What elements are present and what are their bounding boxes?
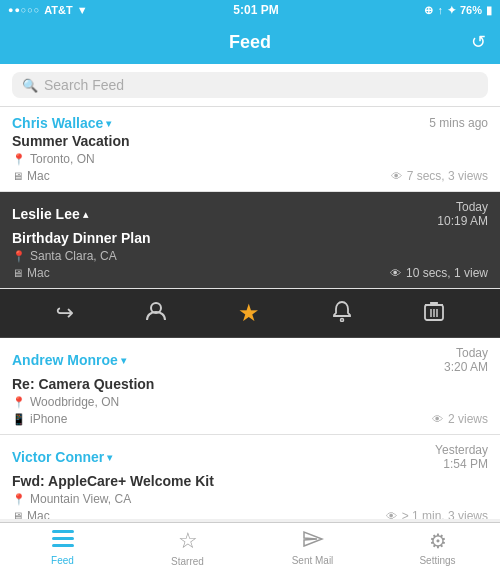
feed-tab-icon	[52, 530, 74, 553]
status-left: ●●○○○ AT&T ▼	[8, 4, 88, 16]
device-icon-3: 📱	[12, 413, 26, 426]
eye-icon-3: 👁	[432, 413, 443, 425]
feed-subject-1: Summer Vacation	[12, 133, 488, 149]
signal-dots: ●●○○○	[8, 5, 40, 15]
feed-time-sub-4: 1:54 PM	[443, 457, 488, 471]
feed-time-1: 5 mins ago	[429, 116, 488, 130]
feed-time-sub-3: 3:20 AM	[444, 360, 488, 374]
eye-icon-1: 👁	[391, 170, 402, 182]
svg-point-1	[341, 318, 344, 321]
chevron-icon-1: ▾	[106, 118, 111, 129]
feed-subject-2: Birthday Dinner Plan	[12, 230, 488, 246]
feed-time-sub-2: 10:19 AM	[437, 214, 488, 228]
svg-rect-4	[52, 537, 74, 540]
bluetooth-icon: ✦	[447, 4, 456, 17]
contact-button[interactable]	[145, 300, 167, 327]
svg-rect-3	[52, 530, 74, 533]
feed-location-1: 📍 Toronto, ON	[12, 152, 95, 166]
tab-settings-label: Settings	[419, 555, 455, 566]
feed-stats-1: 👁 7 secs, 3 views	[391, 169, 488, 183]
device-text-3: iPhone	[30, 412, 67, 426]
stats-text-2: 10 secs, 1 view	[406, 266, 488, 280]
feed-item-2[interactable]: Leslie Lee ▴ Today 10:19 AM Birthday Din…	[0, 192, 500, 289]
sender-name-3: Andrew Monroe	[12, 352, 118, 368]
feed-sender-3: Andrew Monroe ▾	[12, 352, 126, 368]
tab-sent-mail-label: Sent Mail	[292, 555, 334, 566]
feed-device-2: 🖥 Mac	[12, 266, 50, 280]
feed-stats-4: 👁 > 1 min, 3 views	[386, 509, 488, 519]
trash-button[interactable]	[424, 300, 444, 327]
tab-starred-label: Starred	[171, 556, 204, 567]
chevron-icon-3: ▾	[121, 355, 126, 366]
tab-settings[interactable]: ⚙ Settings	[375, 523, 500, 572]
location-text-3: Woodbridge, ON	[30, 395, 119, 409]
feed-list: Chris Wallace ▾ 5 mins ago Summer Vacati…	[0, 107, 500, 519]
battery-label: 76%	[460, 4, 482, 16]
feed-time-3: Today	[456, 346, 488, 360]
gps-icon: ⊕	[424, 4, 433, 17]
feed-location-2: 📍 Santa Clara, CA	[12, 249, 117, 263]
device-text-4: Mac	[27, 509, 50, 519]
tab-bar: Feed ☆ Starred Sent Mail ⚙ Settings	[0, 522, 500, 572]
feed-item-3[interactable]: Andrew Monroe ▾ Today 3:20 AM Re: Camera…	[0, 338, 500, 435]
device-text-1: Mac	[27, 169, 50, 183]
feed-time-4: Yesterday	[435, 443, 488, 457]
search-input-wrapper[interactable]: 🔍 Search Feed	[12, 72, 488, 98]
feed-sender-1: Chris Wallace ▾	[12, 115, 111, 131]
feed-subject-3: Re: Camera Question	[12, 376, 488, 392]
status-right: ⊕ ↑ ✦ 76% ▮	[424, 4, 492, 17]
search-input[interactable]: Search Feed	[44, 77, 124, 93]
location-icon-2: 📍	[12, 250, 26, 263]
battery-icon: ▮	[486, 4, 492, 17]
sender-name-2: Leslie Lee	[12, 206, 80, 222]
header: Feed ↺	[0, 20, 500, 64]
svg-rect-5	[52, 544, 74, 547]
carrier-label: AT&T	[44, 4, 73, 16]
action-bar: ↩ ★	[0, 289, 500, 338]
feed-sender-4: Victor Conner ▾	[12, 449, 112, 465]
feed-subject-4: Fwd: AppleCare+ Welcome Kit	[12, 473, 488, 489]
wifi-icon: ▼	[77, 4, 88, 16]
feed-item-4[interactable]: Victor Conner ▾ Yesterday 1:54 PM Fwd: A…	[0, 435, 500, 519]
reply-button[interactable]: ↩	[56, 300, 74, 326]
stats-text-3: 2 views	[448, 412, 488, 426]
tab-feed-label: Feed	[51, 555, 74, 566]
refresh-button[interactable]: ↺	[471, 31, 486, 53]
search-icon: 🔍	[22, 78, 38, 93]
header-title: Feed	[229, 32, 271, 53]
settings-tab-icon: ⚙	[429, 529, 447, 553]
feed-time-2: Today	[456, 200, 488, 214]
arrow-icon: ↑	[437, 4, 443, 16]
location-text-2: Santa Clara, CA	[30, 249, 117, 263]
status-bar: ●●○○○ AT&T ▼ 5:01 PM ⊕ ↑ ✦ 76% ▮	[0, 0, 500, 20]
starred-tab-icon: ☆	[178, 528, 198, 554]
sender-name-1: Chris Wallace	[12, 115, 103, 131]
eye-icon-4: 👁	[386, 510, 397, 519]
search-bar: 🔍 Search Feed	[0, 64, 500, 107]
feed-device-3: 📱 iPhone	[12, 412, 67, 426]
tab-sent-mail[interactable]: Sent Mail	[250, 523, 375, 572]
feed-device-1: 🖥 Mac	[12, 169, 50, 183]
tab-starred[interactable]: ☆ Starred	[125, 523, 250, 572]
location-text-4: Mountain View, CA	[30, 492, 131, 506]
feed-location-4: 📍 Mountain View, CA	[12, 492, 131, 506]
device-text-2: Mac	[27, 266, 50, 280]
location-text-1: Toronto, ON	[30, 152, 95, 166]
star-button[interactable]: ★	[238, 299, 260, 327]
feed-stats-3: 👁 2 views	[432, 412, 488, 426]
device-icon-2: 🖥	[12, 267, 23, 279]
feed-item-1[interactable]: Chris Wallace ▾ 5 mins ago Summer Vacati…	[0, 107, 500, 192]
sent-mail-tab-icon	[302, 530, 324, 553]
device-icon-1: 🖥	[12, 170, 23, 182]
tab-feed[interactable]: Feed	[0, 523, 125, 572]
feed-device-4: 🖥 Mac	[12, 509, 50, 519]
feed-sender-2: Leslie Lee ▴	[12, 206, 88, 222]
location-icon-1: 📍	[12, 153, 26, 166]
feed-location-3: 📍 Woodbridge, ON	[12, 395, 119, 409]
chevron-icon-4: ▾	[107, 452, 112, 463]
device-icon-4: 🖥	[12, 510, 23, 519]
bell-button[interactable]	[331, 300, 353, 327]
feed-stats-2: 👁 10 secs, 1 view	[390, 266, 488, 280]
eye-icon-2: 👁	[390, 267, 401, 279]
stats-text-1: 7 secs, 3 views	[407, 169, 488, 183]
